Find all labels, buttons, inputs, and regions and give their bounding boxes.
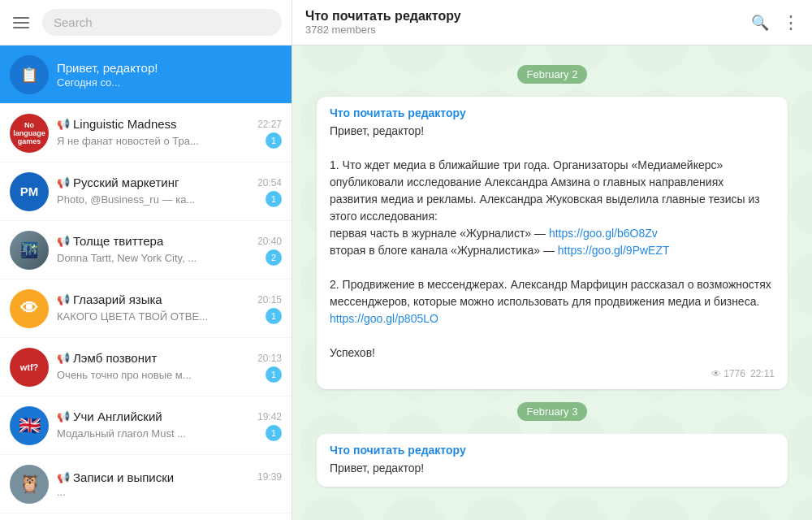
chat-info: Привет, редактор! Сегодня со... bbox=[57, 61, 282, 89]
more-icon[interactable]: ⋮ bbox=[782, 12, 799, 33]
avatar: No language games bbox=[10, 114, 49, 153]
avatar: 🇬🇧 bbox=[10, 406, 49, 445]
chat-name: 📢 Русский маркетинг bbox=[57, 176, 179, 189]
chat-time: 20:40 bbox=[257, 236, 282, 247]
chat-info: 📢 Linguistic Madness 22:27 Я не фанат но… bbox=[57, 117, 282, 149]
chat-time: 19:39 bbox=[257, 471, 282, 483]
unread-badge: 2 bbox=[266, 249, 282, 266]
chat-name: 📢 Учи Английский bbox=[57, 410, 162, 423]
chat-time: 19:42 bbox=[257, 411, 282, 422]
chat-title: Что почитать редактору bbox=[305, 9, 751, 24]
avatar: 🌃 bbox=[10, 231, 49, 270]
message-bubble: Что почитать редактору Привет, редактор!… bbox=[317, 97, 788, 389]
chat-name: 📢 Глазарий языка bbox=[57, 292, 162, 306]
message-footer: 👁 1776 22:11 bbox=[330, 368, 775, 379]
chat-header-info: Что почитать редактору 3782 members bbox=[305, 9, 751, 36]
search-input[interactable]: Search bbox=[42, 9, 282, 36]
messages-area[interactable]: February 2 Что почитать редактору Привет… bbox=[292, 46, 812, 520]
chat-item-glazariy[interactable]: 👁 📢 Глазарий языка 20:15 КАКОГО ЦВЕТА ТВ… bbox=[0, 280, 292, 338]
chat-list: 📋 Привет, редактор! Сегодня со... No lan… bbox=[0, 46, 292, 520]
chat-members: 3782 members bbox=[305, 24, 751, 36]
chat-preview: ... bbox=[57, 486, 66, 498]
avatar: wtf? bbox=[10, 348, 49, 387]
chat-name: 📢 Лэмб позвонит bbox=[57, 351, 157, 365]
chat-item-featured[interactable]: 📋 Привет, редактор! Сегодня со... bbox=[0, 46, 292, 104]
chat-preview: Photo, @Business_ru — ка... bbox=[57, 193, 195, 206]
avatar: 🦉 bbox=[10, 465, 49, 504]
link2[interactable]: https://goo.gl/9PwEZT bbox=[558, 244, 670, 257]
view-count: 👁 1776 bbox=[711, 368, 745, 379]
chat-item-tolsche[interactable]: 🌃 📢 Толще твиттера 20:40 Donna Tartt, Ne… bbox=[0, 221, 292, 280]
header-actions: 🔍 ⋮ bbox=[751, 12, 799, 33]
eye-icon: 👁 bbox=[711, 368, 721, 379]
chat-time: 20:13 bbox=[257, 353, 282, 364]
message-time: 22:11 bbox=[750, 368, 775, 379]
date-label: February 2 bbox=[517, 65, 588, 84]
chat-info: 📢 Лэмб позвонит 20:13 Очень точно про но… bbox=[57, 351, 282, 383]
sidebar-header: Search bbox=[0, 0, 292, 46]
chat-item-lamb[interactable]: wtf? 📢 Лэмб позвонит 20:13 Очень точно п… bbox=[0, 338, 292, 396]
chat-name: Привет, редактор! bbox=[57, 61, 158, 75]
chat-panel: Что почитать редактору 3782 members 🔍 ⋮ … bbox=[292, 0, 812, 520]
date-divider-feb3: February 3 bbox=[305, 402, 799, 421]
chat-name: 📢 Записи и выписки bbox=[57, 470, 174, 484]
chat-preview: Очень точно про новые м... bbox=[57, 369, 192, 381]
chat-preview: Модальный глагол Must ... bbox=[57, 427, 186, 440]
chat-item-uchi[interactable]: 🇬🇧 📢 Учи Английский 19:42 Модальный глаг… bbox=[0, 396, 292, 455]
chat-time: 20:54 bbox=[257, 177, 282, 188]
sidebar: Search 📋 Привет, редактор! Сегодня со...… bbox=[0, 0, 292, 520]
chat-item-rumarketing[interactable]: PM 📢 Русский маркетинг 20:54 Photo, @Bus… bbox=[0, 162, 292, 221]
message-text: Привет, редактор! bbox=[330, 460, 775, 477]
message-bubble-2: Что почитать редактору Привет, редактор! bbox=[317, 434, 788, 487]
date-label: February 3 bbox=[517, 402, 588, 421]
chat-info: 📢 Глазарий языка 20:15 КАКОГО ЦВЕТА ТВОЙ… bbox=[57, 292, 282, 324]
message-sender: Что почитать редактору bbox=[330, 444, 775, 457]
message-sender: Что почитать редактору bbox=[330, 106, 775, 119]
date-divider-feb2: February 2 bbox=[305, 65, 799, 84]
chat-header: Что почитать редактору 3782 members 🔍 ⋮ bbox=[292, 0, 812, 46]
hamburger-icon[interactable] bbox=[10, 14, 32, 32]
unread-badge: 1 bbox=[266, 425, 282, 441]
avatar: 📋 bbox=[10, 55, 49, 94]
chat-item-zapisi[interactable]: 🦉 📢 Записи и выписки 19:39 ... bbox=[0, 455, 292, 514]
chat-name: 📢 Linguistic Madness bbox=[57, 117, 177, 131]
chat-time: 20:15 bbox=[257, 294, 282, 306]
unread-badge: 1 bbox=[266, 132, 282, 149]
chat-time: 22:27 bbox=[257, 119, 282, 130]
chat-name: 📢 Толще твиттера bbox=[57, 234, 163, 248]
chat-info: 📢 Русский маркетинг 20:54 Photo, @Busine… bbox=[57, 176, 282, 207]
chat-info: 📢 Учи Английский 19:42 Модальный глагол … bbox=[57, 410, 282, 441]
link3[interactable]: https://goo.gl/p805LO bbox=[330, 312, 438, 325]
search-icon[interactable]: 🔍 bbox=[751, 14, 769, 32]
chat-preview: Donna Tartt, New York City, ... bbox=[57, 252, 197, 264]
chat-info: 📢 Толще твиттера 20:40 Donna Tartt, New … bbox=[57, 234, 282, 266]
chat-preview: Сегодня со... bbox=[57, 76, 120, 89]
link1[interactable]: https://goo.gl/b6O8Zv bbox=[549, 227, 658, 240]
unread-badge: 1 bbox=[266, 308, 282, 324]
avatar: PM bbox=[10, 172, 49, 211]
chat-preview: КАКОГО ЦВЕТА ТВОЙ ОТВЕ... bbox=[57, 310, 208, 323]
unread-badge: 1 bbox=[266, 366, 282, 383]
unread-badge: 1 bbox=[266, 191, 282, 207]
avatar: 👁 bbox=[10, 289, 49, 328]
message-text: Привет, редактор! 1. Что ждет медиа в бл… bbox=[330, 123, 775, 362]
chat-preview: Я не фанат новостей о Тра... bbox=[57, 135, 199, 147]
chat-info: 📢 Записи и выписки 19:39 ... bbox=[57, 470, 282, 498]
chat-item-linguistic[interactable]: No language games 📢 Linguistic Madness 2… bbox=[0, 104, 292, 162]
